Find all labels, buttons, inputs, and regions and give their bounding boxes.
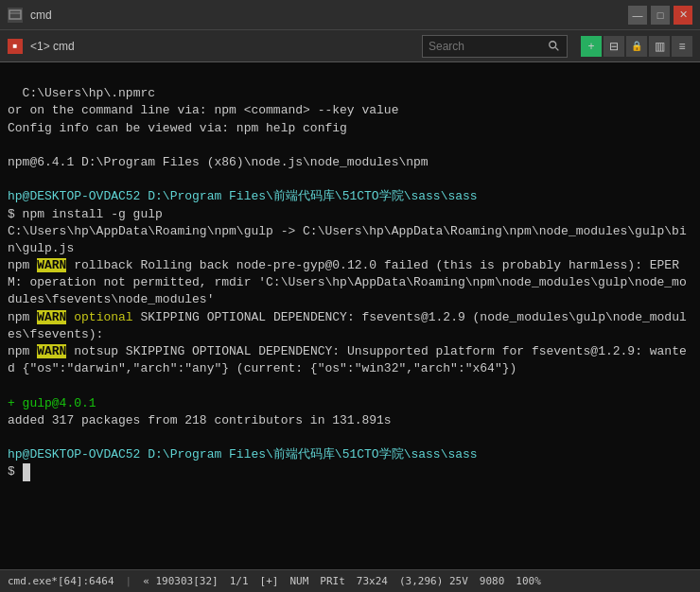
lock-button[interactable]: 🔒 [626,36,647,57]
statusbar-zoom: 100% [516,575,541,587]
restore-button[interactable]: □ [651,6,670,25]
menu-button[interactable]: ≡ [672,36,692,57]
close-button[interactable]: ✕ [674,6,692,25]
statusbar-size: 73x24 [357,575,388,587]
terminal-gulp-version: + gulp@4.0.1 [8,396,96,410]
statusbar-page: 1/1 [230,575,249,587]
titlebar-icon [8,8,23,23]
statusbar: cmd.exe*[64]:6464 | « 190303[32] 1/1 [+]… [0,569,700,592]
svg-line-3 [555,47,558,50]
svg-point-2 [550,41,556,47]
tab-number: 1 [37,40,44,53]
terminal-cursor-line: $ [8,464,30,479]
terminal-line-1: C:\Users\hp\.npmrc [8,86,155,100]
statusbar-mode: NUM [289,575,308,587]
pane-button[interactable]: ▥ [649,36,670,57]
terminal-command-1: $ npm install -g gulp [8,207,163,221]
terminal-line-6: added 317 packages from 218 contributors… [8,413,392,427]
terminal-warn-1: npm WARN rollback Rolling back node-pre-… [8,258,687,306]
terminal-line-2: or on the command line via: npm <command… [8,103,398,117]
tab-title-text: cmd [53,40,75,53]
titlebar-controls: — □ ✕ [628,6,692,25]
add-tab-button[interactable]: + [581,36,602,57]
terminal-warn-3: npm WARN notsup SKIPPING OPTIONAL DEPEND… [8,344,687,375]
statusbar-plus: [+] [260,575,279,587]
terminal-output: C:\Users\hp\.npmrc or on the command lin… [0,62,700,569]
toolbar-buttons: + ⊟ 🔒 ▥ ≡ [581,36,692,57]
titlebar-title: cmd [30,9,52,22]
svg-rect-0 [9,10,21,19]
tab-icon: ■ [8,39,23,54]
statusbar-position: « 190303[32] [143,575,218,587]
terminal-line-5: C:\Users\hp\AppData\Roaming\npm\gulp -> … [8,224,687,255]
tab-icon-text: ■ [13,42,18,50]
terminal-warn-2: npm WARN optional SKIPPING OPTIONAL DEPE… [8,310,687,341]
titlebar: cmd — □ ✕ [0,0,700,30]
terminal-line-4: npm@6.4.1 D:\Program Files (x86)\node.js… [8,155,429,169]
split-button[interactable]: ⊟ [604,36,624,57]
statusbar-process: cmd.exe*[64]:6464 [8,575,114,587]
tab-label: <1> cmd [30,40,75,53]
search-box[interactable] [422,35,568,58]
statusbar-pid: 9080 [480,575,505,587]
tabbar: ■ <1> cmd + ⊟ 🔒 ▥ ≡ [0,30,700,62]
terminal-line-3: Config info can be viewed via: npm help … [8,121,347,135]
minimize-button[interactable]: — [628,6,647,25]
terminal-prompt-2: hp@DESKTOP-OVDAC52 D:\Program Files\前端代码… [8,447,478,461]
statusbar-pri: PRIt [320,575,345,587]
search-input[interactable] [429,40,542,53]
terminal-prompt-1: hp@DESKTOP-OVDAC52 D:\Program Files\前端代码… [8,189,478,203]
statusbar-coords: (3,296) 25V [399,575,468,587]
search-icon [548,40,561,53]
